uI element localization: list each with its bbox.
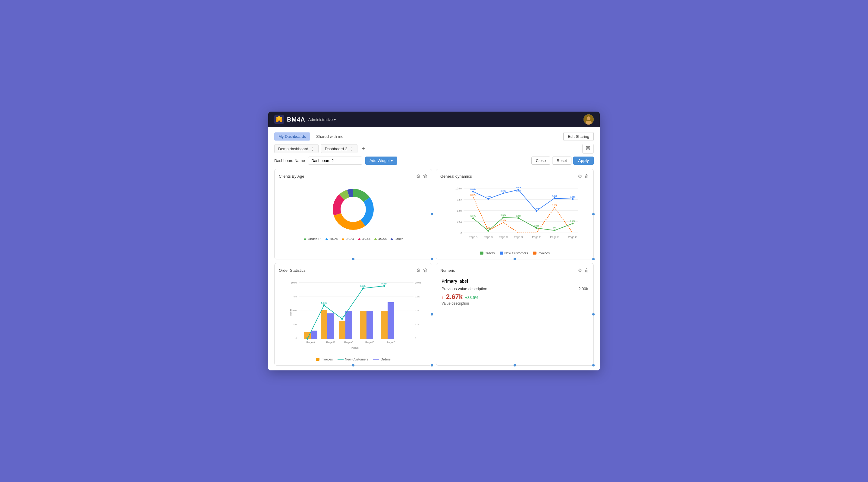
svg-text:3.22k: 3.22k	[470, 215, 476, 218]
svg-text:2.32k: 2.32k	[501, 219, 506, 222]
widget-clients-by-age: Clients By Age ⚙ 🗑	[274, 169, 432, 259]
widget-delete-order[interactable]: 🗑	[423, 267, 428, 273]
widget-delete-clients[interactable]: 🗑	[423, 173, 428, 179]
svg-text:Page E: Page E	[532, 235, 541, 238]
tab-shared-with-me[interactable]: Shared with me	[312, 133, 347, 141]
svg-text:5.93k: 5.93k	[321, 302, 327, 304]
svg-point-59	[535, 210, 537, 212]
edit-sharing-button[interactable]: Edit Sharing	[563, 132, 594, 141]
svg-point-58	[518, 189, 519, 191]
widget-title-order: Order Statistics	[279, 268, 306, 273]
dashboard-tab-demo[interactable]: Demo dashboard ⋮	[274, 144, 318, 153]
widget-header-clients: Clients By Age ⚙ 🗑	[279, 173, 428, 179]
svg-point-67	[554, 230, 555, 231]
tab-my-dashboards[interactable]: My Dashboards	[274, 133, 310, 141]
prev-desc-label: Previous value description	[441, 287, 487, 291]
svg-text:0: 0	[461, 232, 462, 235]
svg-text:8.64k: 8.64k	[470, 188, 476, 191]
widget-settings-dynamics[interactable]: ⚙	[578, 173, 582, 179]
dashboard-tabs-row: Demo dashboard ⋮ Dashboard 2 ⋮ +	[274, 144, 594, 153]
svg-point-60	[554, 197, 555, 199]
resize-handle-corner[interactable]	[431, 258, 433, 260]
current-value: 2.67k	[446, 293, 463, 301]
widget-title-numeric: Numeric	[440, 268, 455, 273]
resize-handle-right-numeric[interactable]	[592, 313, 595, 315]
value-desc: Value description	[441, 301, 588, 306]
avatar[interactable]	[584, 114, 594, 124]
chevron-icon: ▾	[334, 117, 336, 122]
svg-text:3.35k: 3.35k	[501, 214, 506, 217]
widget-delete-numeric[interactable]: 🗑	[584, 267, 589, 273]
add-dashboard-tab-button[interactable]: +	[360, 145, 367, 152]
resize-handle-bottom-order[interactable]	[352, 364, 354, 367]
main-content: My Dashboards Shared with me Edit Sharin…	[268, 127, 600, 370]
resize-handle-corner-numeric[interactable]	[592, 364, 595, 367]
reset-button[interactable]: Reset	[552, 157, 571, 165]
change-pct: +33.5%	[465, 295, 478, 300]
donut-legend: Under 18 18-24 25-34 35-44	[304, 237, 403, 241]
svg-text:7.5k: 7.5k	[457, 198, 462, 201]
legend-45-54: 45-54	[374, 237, 387, 241]
dots-icon-dash2[interactable]: ⋮	[349, 146, 353, 151]
svg-point-68	[572, 223, 574, 224]
svg-text:3.25k: 3.25k	[516, 215, 521, 217]
svg-point-3	[278, 116, 281, 120]
svg-text:10.0k: 10.0k	[415, 281, 421, 284]
resize-handle-corner-order[interactable]	[431, 364, 433, 367]
svg-rect-94	[388, 302, 394, 339]
tab-bar: My Dashboards Shared with me Edit Sharin…	[274, 132, 594, 141]
action-buttons: Close Reset Apply	[531, 157, 594, 165]
svg-text:Page B: Page B	[484, 235, 493, 238]
svg-text:Page D: Page D	[514, 235, 523, 238]
admin-dropdown[interactable]: Administrative ▾	[308, 117, 336, 122]
svg-text:0: 0	[415, 337, 416, 340]
svg-point-97	[341, 318, 343, 320]
svg-text:Page D: Page D	[365, 341, 375, 344]
svg-text:9.33k: 9.33k	[381, 282, 388, 285]
svg-point-55	[472, 191, 474, 193]
svg-rect-90	[311, 331, 317, 339]
svg-text:9.60k: 9.60k	[516, 186, 521, 189]
widget-general-dynamics: General dynamics ⚙ 🗑 10.0k 7.	[436, 169, 594, 259]
svg-text:1.05k: 1.05k	[534, 224, 539, 227]
dashboard-name-input[interactable]	[308, 157, 362, 165]
svg-text:100: 100	[305, 335, 310, 338]
widget-settings-order[interactable]: ⚙	[416, 267, 421, 273]
svg-point-7	[587, 116, 590, 120]
widget-settings-numeric[interactable]: ⚙	[578, 267, 582, 273]
donut-chart	[329, 185, 377, 233]
widget-actions-order: ⚙ 🗑	[416, 267, 428, 273]
legend-25-34: 25-34	[341, 237, 354, 241]
close-button[interactable]: Close	[531, 157, 550, 165]
save-icon-button[interactable]	[582, 144, 594, 153]
dashboard-tab-dash2[interactable]: Dashboard 2 ⋮	[321, 144, 358, 153]
dots-icon-demo[interactable]: ⋮	[310, 146, 315, 151]
svg-point-65	[518, 217, 519, 219]
svg-text:5.0k: 5.0k	[292, 309, 297, 312]
widget-title-dynamics: General dynamics	[440, 174, 472, 178]
widget-delete-dynamics[interactable]: 🗑	[584, 173, 589, 179]
primary-label: Primary label	[441, 279, 588, 284]
widget-header-order: Order Statistics ⚙ 🗑	[279, 267, 428, 273]
add-widget-button[interactable]: Add Widget ▾	[365, 157, 397, 165]
widget-actions-clients: ⚙ 🗑	[416, 173, 428, 179]
svg-text:8.26k: 8.26k	[501, 190, 506, 193]
svg-text:5.0k: 5.0k	[457, 209, 462, 212]
widget-settings-clients[interactable]: ⚙	[416, 173, 421, 179]
save-icon	[586, 146, 590, 150]
apply-button[interactable]: Apply	[573, 157, 594, 165]
app-header: BM4A Administrative ▾	[268, 112, 600, 127]
resize-handle-corner-dynamics[interactable]	[592, 258, 595, 260]
svg-text:2.11k: 2.11k	[570, 220, 576, 223]
header-left: BM4A Administrative ▾	[274, 115, 336, 124]
svg-rect-86	[321, 310, 327, 339]
resize-handle-bottom[interactable]	[352, 258, 354, 260]
resize-handle-bottom-numeric[interactable]	[514, 364, 516, 367]
dashboard-grid: Clients By Age ⚙ 🗑	[274, 169, 594, 366]
resize-handle-right-dynamics[interactable]	[592, 213, 595, 215]
svg-text:7.59k: 7.59k	[486, 195, 491, 198]
resize-handle-bottom-dynamics[interactable]	[514, 258, 516, 260]
resize-handle-right-order[interactable]	[431, 313, 433, 315]
svg-text:Page B: Page B	[326, 341, 335, 344]
resize-handle-right[interactable]	[431, 213, 433, 215]
